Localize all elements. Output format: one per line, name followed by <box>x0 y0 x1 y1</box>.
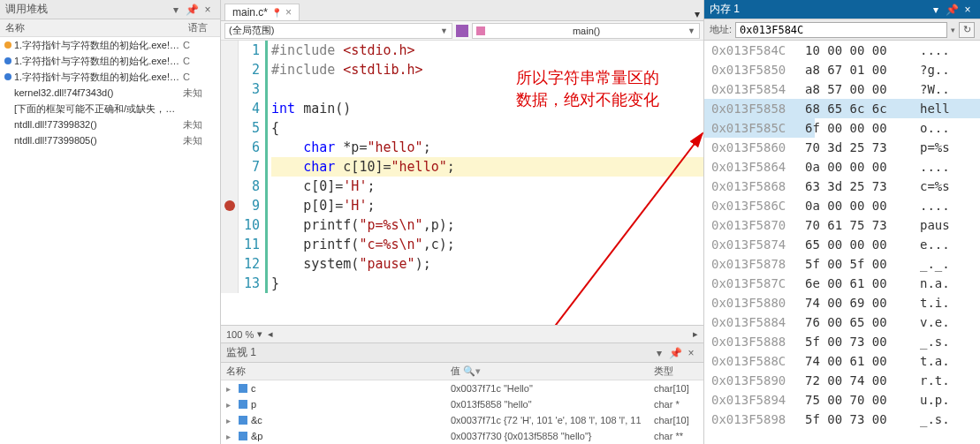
dropdown-icon[interactable]: ▾ <box>929 3 943 17</box>
breakpoint-slot[interactable] <box>221 196 238 215</box>
breakpoint-slot[interactable] <box>221 177 238 196</box>
callstack-row[interactable]: 1.字符指针与字符数组的初始化.exe!main(..C <box>0 37 220 53</box>
code-line[interactable]: p[0]='H'; <box>271 196 703 215</box>
scroll-left-icon[interactable]: ◂ <box>268 328 273 340</box>
code-line[interactable]: printf("p=%s\n",p); <box>271 215 703 235</box>
close-icon[interactable]: × <box>961 3 975 17</box>
watch-row[interactable]: ▸c0x0037f71c "Hello"char[10] <box>221 380 703 396</box>
memory-row[interactable]: 0x013F586070 3d 25 73p=%s <box>704 138 980 157</box>
expander-icon[interactable]: ▸ <box>226 432 235 441</box>
memory-row[interactable]: 0x013F585C6f 00 00 00o... <box>704 118 980 138</box>
code-line[interactable]: char c[10]="hello"; <box>271 157 703 177</box>
callstack-row[interactable]: ntdll.dll!77399805()未知 <box>0 132 220 148</box>
memory-row[interactable]: 0x013F588C74 00 61 00t.a. <box>704 351 980 371</box>
watch-col-type[interactable]: 类型 <box>650 365 703 378</box>
memory-row[interactable]: 0x013F586C0a 00 00 00.... <box>704 196 980 215</box>
mem-addr: 0x013F5854 <box>711 79 805 99</box>
col-name-header[interactable]: 名称 <box>0 21 185 34</box>
mem-ascii: .... <box>920 196 973 215</box>
memory-row[interactable]: 0x013F587C6e 00 61 00n.a. <box>704 274 980 293</box>
pin-icon[interactable]: 📌 <box>945 3 959 17</box>
editor-area[interactable]: 12345678910111213 #include <stdio.h>#inc… <box>221 41 703 325</box>
mem-hex: 70 3d 25 73 <box>805 138 920 157</box>
callstack-row[interactable]: 1.字符指针与字符数组的初始化.exe!mainC..C <box>0 69 220 85</box>
memory-row[interactable]: 0x013F5854a8 57 00 00?W.. <box>704 79 980 99</box>
close-icon[interactable]: × <box>201 3 215 17</box>
scope-combo-right[interactable]: main() ▼ <box>472 23 700 39</box>
breakpoint-slot[interactable] <box>221 274 238 293</box>
code-line[interactable]: #include <stdlib.h> <box>271 60 703 79</box>
memory-row[interactable]: 0x013F587465 00 00 00e... <box>704 235 980 254</box>
code-line[interactable]: int main() <box>271 99 703 118</box>
code-line[interactable] <box>271 79 703 99</box>
memory-row[interactable]: 0x013F58985f 00 73 00_.s. <box>704 410 980 429</box>
close-icon[interactable]: × <box>684 346 698 360</box>
memory-row[interactable]: 0x013F584C10 00 00 00.... <box>704 41 980 60</box>
zoom-dropdown-icon[interactable]: ▾ <box>257 328 262 340</box>
breakpoint-slot[interactable] <box>221 215 238 235</box>
mem-hex: 5f 00 73 00 <box>805 332 920 351</box>
scroll-right-icon[interactable]: ▸ <box>693 328 698 340</box>
breakpoint-gutter[interactable] <box>221 41 239 293</box>
memory-row[interactable]: 0x013F589475 00 70 00u.p. <box>704 390 980 410</box>
memory-row[interactable]: 0x013F58785f 00 5f 00_._. <box>704 254 980 274</box>
scope-combo-left[interactable]: (全局范围) ▼ <box>224 23 452 39</box>
expander-icon[interactable]: ▸ <box>226 400 235 410</box>
code-line[interactable]: char *p="hello"; <box>271 138 703 157</box>
watch-row[interactable]: ▸&c0x0037f71c {72 'H', 101 'e', 108 'l',… <box>221 412 703 428</box>
tab-main-c[interactable]: main.c* 📍 × <box>224 4 300 20</box>
breakpoint-slot[interactable] <box>221 254 238 274</box>
dropdown-icon[interactable]: ▾ <box>695 8 700 20</box>
watch-col-value[interactable]: 值 🔍▾ <box>447 365 650 378</box>
memory-row[interactable]: 0x013F588074 00 69 00t.i. <box>704 293 980 312</box>
code-content[interactable]: #include <stdio.h>#include <stdlib.h> in… <box>268 41 703 293</box>
col-lang-header[interactable]: 语言 <box>185 21 220 34</box>
close-icon[interactable]: × <box>285 6 292 19</box>
watch-row[interactable]: ▸p0x013f5858 "hello"char * <box>221 396 703 412</box>
memory-row[interactable]: 0x013F588476 00 65 00v.e. <box>704 312 980 332</box>
chevron-down-icon[interactable]: ▾ <box>951 26 955 34</box>
dropdown-icon[interactable]: ▾ <box>652 346 666 360</box>
frame-name: ntdll.dll!77399832() <box>14 119 183 130</box>
memory-row[interactable]: 0x013F5850a8 67 01 00?g.. <box>704 60 980 79</box>
pin-icon[interactable]: 📌 <box>185 3 199 17</box>
breakpoint-slot[interactable] <box>221 235 238 254</box>
watch-col-name[interactable]: 名称 <box>221 365 447 378</box>
pin-icon[interactable]: 📌 <box>668 346 682 360</box>
expander-icon[interactable]: ▸ <box>226 384 235 394</box>
memory-row[interactable]: 0x013F589072 00 74 00r.t. <box>704 371 980 390</box>
breakpoint-slot[interactable] <box>221 99 238 118</box>
callstack-row[interactable]: 1.字符指针与字符数组的初始化.exe!__tmai..C <box>0 53 220 69</box>
breakpoint-slot[interactable] <box>221 41 238 60</box>
code-line[interactable]: printf("c=%s\n",c); <box>271 235 703 254</box>
memory-row[interactable]: 0x013F585868 65 6c 6chell <box>704 99 980 118</box>
watch-row[interactable]: ▸&p0x0037f730 {0x013f5858 "hello"}char *… <box>221 428 703 444</box>
code-line[interactable]: #include <stdio.h> <box>271 41 703 60</box>
refresh-button[interactable]: ↻ <box>959 22 975 38</box>
callstack-row[interactable]: ntdll.dll!77399832()未知 <box>0 117 220 132</box>
callstack-row[interactable]: [下面的框架可能不正确和/或缺失，没有为 <box>0 101 220 117</box>
mem-hex: 65 00 00 00 <box>805 235 920 254</box>
expander-icon[interactable]: ▸ <box>226 416 235 425</box>
memory-body[interactable]: 0x013F584C10 00 00 00....0x013F5850a8 67… <box>704 41 980 444</box>
breakpoint-slot[interactable] <box>221 138 238 157</box>
address-input[interactable] <box>735 22 947 38</box>
pin-icon[interactable]: 📍 <box>271 8 282 18</box>
breakpoint-slot[interactable] <box>221 79 238 99</box>
dropdown-icon[interactable]: ▾ <box>169 3 183 17</box>
zoom-level[interactable]: 100 % <box>226 329 254 340</box>
code-line[interactable]: } <box>271 274 703 293</box>
mem-hex: 6e 00 61 00 <box>805 274 920 293</box>
callstack-row[interactable]: kernel32.dll!74f7343d()未知 <box>0 85 220 101</box>
breakpoint-slot[interactable] <box>221 60 238 79</box>
memory-row[interactable]: 0x013F587070 61 75 73paus <box>704 215 980 235</box>
memory-row[interactable]: 0x013F58885f 00 73 00_.s. <box>704 332 980 351</box>
memory-row[interactable]: 0x013F586863 3d 25 73c=%s <box>704 177 980 196</box>
code-line[interactable]: { <box>271 118 703 138</box>
breakpoint-slot[interactable] <box>221 157 238 177</box>
breakpoint-slot[interactable] <box>221 118 238 138</box>
code-line[interactable]: c[0]='H'; <box>271 177 703 196</box>
memory-row[interactable]: 0x013F58640a 00 00 00.... <box>704 157 980 177</box>
breakpoint-icon[interactable] <box>224 200 235 211</box>
code-line[interactable]: system("pause"); <box>271 254 703 274</box>
